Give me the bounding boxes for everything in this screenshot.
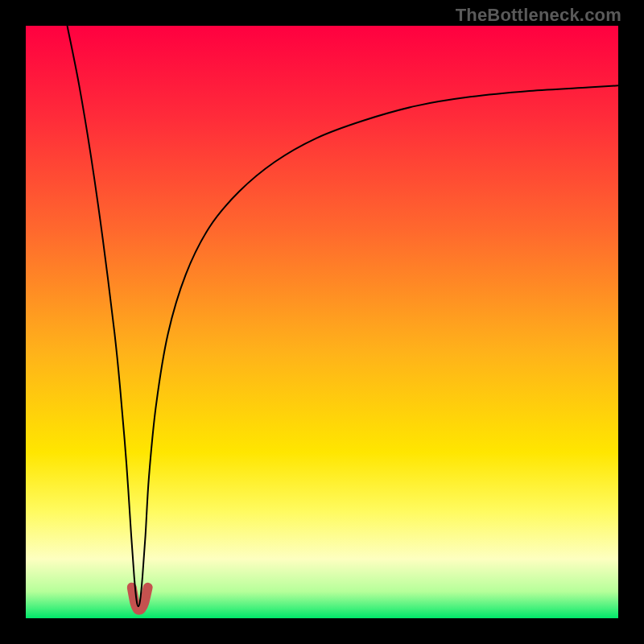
bottleneck-curve (68, 26, 618, 606)
curve-layer (26, 26, 618, 618)
chart-frame: TheBottleneck.com (0, 0, 644, 644)
plot-area (26, 26, 618, 618)
attribution-text: TheBottleneck.com (456, 5, 621, 26)
